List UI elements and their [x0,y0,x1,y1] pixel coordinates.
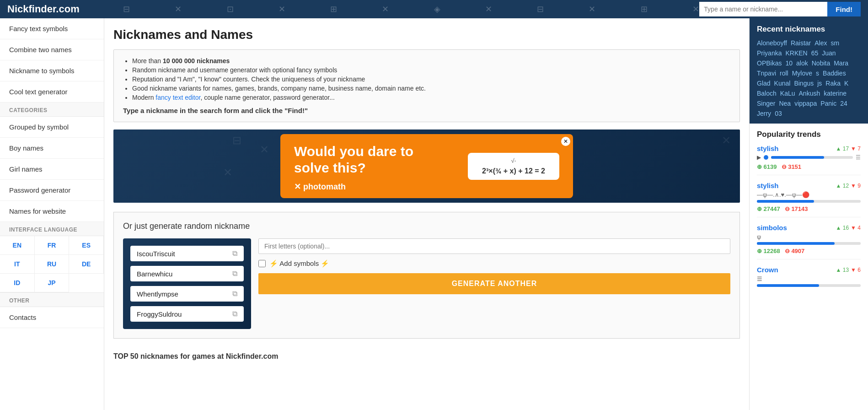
ad-close-button[interactable]: ✕ [561,137,570,146]
trend-item-0: stylish ▲ 17 ▼ 7 ▶ ☰ ⊕ 6139 ⊖ 31 [757,145,861,175]
trend-item-1: stylish ▲ 12 ▼ 9 —ψ—.∧.♥.—ψ—🔴 ⊕ 27447 ⊖ … [757,182,861,217]
trends-title: Popularity trends [757,130,861,139]
generated-name-row-1: Barnewhicu ⧉ [130,266,244,281]
deco-sym-2: ✕ [175,4,182,14]
recent-name-34[interactable]: 03 [775,110,782,117]
copy-icon-2[interactable]: ⧉ [232,290,237,298]
copy-icon-0[interactable]: ⧉ [232,249,237,258]
lang-de[interactable]: DE [69,255,104,274]
lang-ru[interactable]: RU [35,255,70,274]
lang-jp[interactable]: JP [35,274,70,292]
recent-name-20[interactable]: Bingus [794,80,814,87]
copy-icon-1[interactable]: ⧉ [232,270,237,278]
recent-name-33[interactable]: Jerry [757,110,771,117]
recent-name-6[interactable]: 65 [811,49,819,57]
sidebar-item-nickname-to-symbols[interactable]: Nickname to symbols [0,60,104,81]
sidebar-item-girl-names[interactable]: Girl names [0,159,104,180]
recent-name-28[interactable]: Singer [757,100,775,107]
info-item-5-suffix: , couple name generator, password genera… [200,94,334,101]
other-section-label: OTHER [0,293,104,307]
sidebar-item-grouped-by-symbol[interactable]: Grouped by symbol [0,117,104,138]
lang-es[interactable]: ES [69,236,104,255]
trend-name-2[interactable]: simbolos [757,224,787,232]
trend-name-3[interactable]: Crown [757,266,778,274]
main-content: Nicknames and Names More than 10 000 000… [104,18,749,410]
recent-name-7[interactable]: Juan [822,49,836,57]
trend-count-up-2: ⊕ 12268 [757,248,780,254]
ad-deco-4: ✕ [722,134,731,147]
deco-sym-9: ⊟ [537,4,544,14]
copy-icon-3[interactable]: ⧉ [232,310,237,318]
recent-name-21[interactable]: js [817,80,822,87]
recent-name-22[interactable]: Raka [825,80,841,87]
recent-name-5[interactable]: KRKEN [785,49,807,57]
categories-section-label: CATEGORIES [0,102,104,117]
recent-name-31[interactable]: Panic [820,100,836,107]
recent-name-3[interactable]: sm [831,39,840,47]
trend-item-2: simbolos ▲ 16 ▼ 4 ψ ⊕ 12268 ⊖ 4907 [757,224,861,259]
sidebar-item-combine-two-names[interactable]: Combine two names [0,39,104,60]
sidebar-item-boy-names[interactable]: Boy names [0,138,104,159]
recent-name-13[interactable]: Tnpavi [757,70,776,77]
generated-name-0: IscouTriscuit [137,250,175,258]
recent-names-list: Aloneboyff Raistar Alex sm Priyanka KRKE… [757,39,861,117]
find-button[interactable]: Find! [827,2,861,16]
recent-name-14[interactable]: roll [780,70,788,77]
deco-sym-1: ⊟ [123,4,130,14]
add-symbols-checkbox[interactable] [258,260,266,267]
lang-fr[interactable]: FR [35,236,70,255]
lang-it[interactable]: IT [0,255,35,274]
sidebar-item-fancy-text-symbols[interactable]: Fancy text symbols [0,18,104,39]
trend-up-1: ▲ 12 [836,183,849,189]
ad-text: Would you dare to solve this? [294,143,431,176]
ad-equation: √· 2³×(¾ + x) + 12 = 2 [468,153,559,180]
sidebar-item-password-generator[interactable]: Password generator [0,180,104,201]
recent-name-12[interactable]: Mara [834,59,848,67]
sidebar-item-cool-text-generator[interactable]: Cool text generator [0,81,104,102]
recent-name-24[interactable]: Baloch [757,90,777,97]
recent-name-9[interactable]: 10 [785,59,793,67]
recent-name-8[interactable]: OPBikas [757,59,782,67]
page-layout: Fancy text symbols Combine two names Nic… [0,18,868,410]
recent-name-0[interactable]: Aloneboyff [757,39,787,47]
lang-id[interactable]: ID [0,274,35,292]
generated-name-1: Barnewhicu [137,270,172,278]
recent-name-30[interactable]: vippapa [794,100,817,107]
sidebar-item-contacts[interactable]: Contacts [0,307,104,328]
recent-name-18[interactable]: Glad [757,80,771,87]
trend-name-0[interactable]: stylish [757,145,779,152]
search-input[interactable] [699,2,827,16]
sidebar-item-names-for-website[interactable]: Names for website [0,201,104,222]
recent-name-19[interactable]: Kunal [774,80,791,87]
top50-title: TOP 50 nicknames for games at Nickfinder… [113,348,740,362]
info-item-2: Random nickname and username generator w… [132,66,730,74]
first-letters-input[interactable] [258,238,730,254]
recent-name-16[interactable]: s [816,70,819,77]
generator-body: IscouTriscuit ⧉ Barnewhicu ⧉ Whentlympse… [123,238,730,329]
recent-name-26[interactable]: Ankush [799,90,820,97]
recent-name-15[interactable]: Mylove [792,70,812,77]
fancy-text-editor-link[interactable]: fancy text editor [155,94,200,101]
recent-name-2[interactable]: Alex [814,39,827,47]
recent-name-29[interactable]: Nea [779,100,791,107]
recent-name-25[interactable]: KaLu [780,90,795,97]
recent-name-4[interactable]: Priyanka [757,49,782,57]
trend-count-down-1: ⊖ 17143 [785,205,808,212]
trend-down-1: ▼ 9 [851,183,861,189]
recent-name-32[interactable]: 24 [840,100,847,107]
info-list: More than 10 000 000 nicknames Random ni… [123,57,730,101]
recent-name-17[interactable]: Baddies [823,70,846,77]
trend-bar-fill-1 [757,200,814,203]
trend-name-1[interactable]: stylish [757,182,779,189]
recent-name-23[interactable]: K [844,80,848,87]
recent-name-11[interactable]: Nobita [812,59,830,67]
recent-name-1[interactable]: Raistar [791,39,811,47]
generated-name-row-3: FroggySuldrou ⧉ [130,306,244,322]
info-box: More than 10 000 000 nicknames Random ni… [113,49,740,122]
site-logo[interactable]: Nickfinder.com [7,3,80,15]
recent-nicknames-box: Recent nicknames Aloneboyff Raistar Alex… [750,18,868,124]
lang-en[interactable]: EN [0,236,35,255]
recent-name-27[interactable]: katerine [824,90,847,97]
generate-another-button[interactable]: GENERATE ANOTHER [258,273,730,294]
recent-name-10[interactable]: alok [796,59,808,67]
